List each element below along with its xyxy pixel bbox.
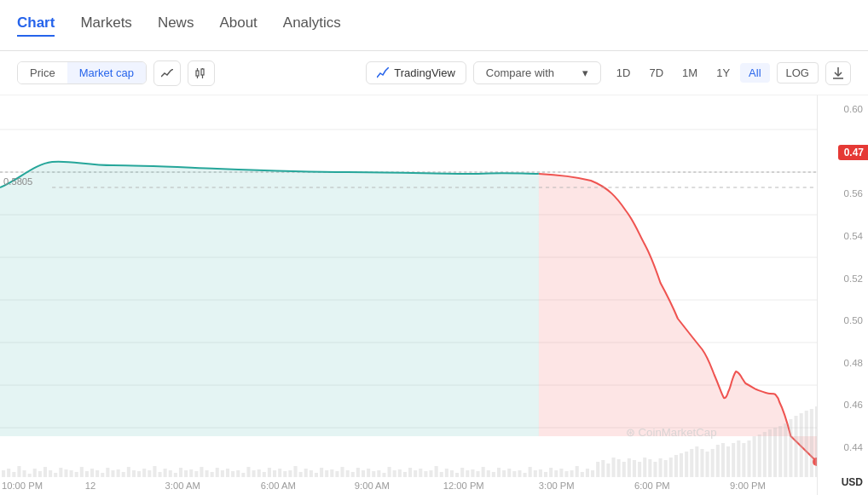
svg-rect-119 xyxy=(524,473,527,477)
svg-rect-160 xyxy=(737,440,740,477)
candle-chart-icon[interactable] xyxy=(188,60,215,86)
svg-rect-26 xyxy=(38,471,42,477)
tab-about[interactable]: About xyxy=(219,14,257,37)
svg-rect-22 xyxy=(17,466,20,477)
svg-text:12: 12 xyxy=(85,481,95,491)
chart-main: // Will draw via JS below xyxy=(0,95,817,495)
log-button[interactable]: LOG xyxy=(777,62,819,83)
svg-text:0.5805: 0.5805 xyxy=(3,176,32,187)
compare-button[interactable]: Compare with ▾ xyxy=(473,61,601,84)
tab-news[interactable]: News xyxy=(158,14,194,37)
svg-rect-32 xyxy=(70,470,73,477)
svg-rect-174 xyxy=(810,409,813,477)
svg-rect-44 xyxy=(132,470,136,477)
svg-text:9:00 PM: 9:00 PM xyxy=(730,481,766,491)
svg-rect-169 xyxy=(784,423,787,477)
svg-rect-127 xyxy=(564,471,568,477)
svg-rect-120 xyxy=(529,467,532,477)
nav-tabs: Chart Markets News About Analytics xyxy=(0,0,868,51)
svg-text:⊛ CoinMarketCap: ⊛ CoinMarketCap xyxy=(626,426,717,439)
svg-rect-134 xyxy=(601,460,605,477)
svg-rect-123 xyxy=(544,472,547,477)
time-1y[interactable]: 1Y xyxy=(708,63,738,83)
svg-rect-73 xyxy=(283,471,286,477)
toolbar: Price Market cap TradingView Compare wit… xyxy=(0,51,868,95)
svg-rect-77 xyxy=(304,469,308,477)
svg-rect-72 xyxy=(278,469,281,477)
svg-rect-109 xyxy=(471,469,474,477)
svg-rect-165 xyxy=(763,432,767,477)
svg-rect-126 xyxy=(559,469,563,477)
svg-rect-34 xyxy=(80,467,84,477)
svg-rect-154 xyxy=(706,452,709,477)
svg-rect-57 xyxy=(200,467,203,477)
svg-rect-153 xyxy=(700,449,703,477)
time-1m[interactable]: 1M xyxy=(674,63,706,83)
svg-rect-162 xyxy=(747,440,750,477)
svg-rect-140 xyxy=(633,460,636,477)
time-all[interactable]: All xyxy=(740,63,769,83)
svg-rect-137 xyxy=(617,459,621,477)
trading-view-button[interactable]: TradingView xyxy=(366,61,466,84)
svg-rect-48 xyxy=(153,466,156,477)
svg-rect-27 xyxy=(43,467,47,477)
svg-rect-114 xyxy=(497,468,501,477)
price-button[interactable]: Price xyxy=(18,62,67,83)
tab-analytics[interactable]: Analytics xyxy=(283,14,341,37)
current-price-badge: 0.47 xyxy=(838,145,868,160)
svg-rect-148 xyxy=(674,455,678,477)
svg-rect-71 xyxy=(273,470,276,477)
svg-rect-92 xyxy=(382,473,385,477)
tab-chart[interactable]: Chart xyxy=(17,14,55,37)
market-cap-button[interactable]: Market cap xyxy=(67,62,146,83)
svg-rect-79 xyxy=(315,473,318,477)
time-range-buttons: 1D 7D 1M 1Y All xyxy=(608,63,770,83)
y-axis: 0.60 0.58 0.47 0.56 0.54 0.52 0.50 0.48 … xyxy=(817,95,868,495)
svg-rect-3 xyxy=(201,69,204,75)
svg-rect-40 xyxy=(111,470,114,477)
svg-rect-166 xyxy=(768,429,772,477)
svg-rect-21 xyxy=(12,472,15,477)
svg-rect-163 xyxy=(753,436,756,477)
tab-markets[interactable]: Markets xyxy=(80,14,131,37)
svg-rect-46 xyxy=(142,469,146,477)
svg-rect-39 xyxy=(106,468,109,477)
svg-rect-49 xyxy=(158,472,161,477)
svg-rect-90 xyxy=(372,471,375,477)
svg-rect-144 xyxy=(653,462,657,477)
svg-rect-129 xyxy=(576,466,579,477)
svg-text:12:00 PM: 12:00 PM xyxy=(443,481,484,491)
svg-rect-42 xyxy=(122,472,125,477)
svg-rect-173 xyxy=(805,411,808,477)
svg-rect-50 xyxy=(164,469,167,477)
y-label-048: 0.48 xyxy=(818,358,863,368)
y-label-058: 0.58 0.47 xyxy=(818,147,863,157)
svg-rect-30 xyxy=(59,468,62,477)
svg-rect-64 xyxy=(236,470,240,477)
svg-text:6:00 PM: 6:00 PM xyxy=(634,481,670,491)
svg-rect-59 xyxy=(211,472,214,477)
svg-rect-67 xyxy=(252,470,256,477)
svg-rect-136 xyxy=(611,458,615,477)
svg-rect-80 xyxy=(320,468,323,477)
svg-rect-99 xyxy=(419,469,422,477)
svg-rect-63 xyxy=(231,471,234,477)
time-1d[interactable]: 1D xyxy=(608,63,639,83)
svg-rect-146 xyxy=(664,460,668,477)
time-7d[interactable]: 7D xyxy=(640,63,672,83)
download-button[interactable] xyxy=(825,61,851,85)
svg-rect-128 xyxy=(570,470,574,477)
svg-rect-152 xyxy=(695,446,698,477)
line-chart-icon[interactable] xyxy=(153,60,181,86)
svg-rect-60 xyxy=(216,468,219,477)
svg-rect-111 xyxy=(482,467,485,477)
svg-rect-83 xyxy=(335,471,339,477)
svg-rect-156 xyxy=(716,445,720,477)
svg-rect-78 xyxy=(310,470,313,477)
svg-rect-43 xyxy=(127,467,130,477)
svg-rect-142 xyxy=(643,458,646,477)
svg-rect-139 xyxy=(628,458,631,477)
y-label-054: 0.54 xyxy=(818,231,863,241)
svg-rect-143 xyxy=(648,459,651,477)
svg-rect-157 xyxy=(721,443,725,477)
